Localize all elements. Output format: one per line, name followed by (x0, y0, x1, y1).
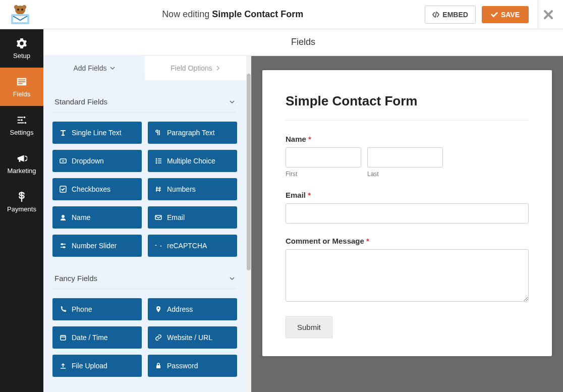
field-checkboxes[interactable]: Checkboxes (52, 178, 142, 200)
field-file-upload[interactable]: File Upload (52, 355, 142, 377)
nav-payments[interactable]: Payments (0, 183, 43, 221)
message-textarea[interactable] (286, 249, 529, 302)
tab-add-fields[interactable]: Add Fields (43, 56, 145, 80)
embed-button[interactable]: EMBED (425, 6, 476, 24)
recaptcha-icon (155, 242, 162, 249)
calendar-icon (60, 334, 67, 341)
chevron-down-icon (110, 66, 115, 71)
name-label: Name * (286, 135, 529, 143)
svg-rect-24 (61, 335, 66, 340)
app-header: Now editing Simple Contact Form EMBED SA… (0, 0, 563, 29)
checkbox-icon (60, 186, 67, 193)
svg-point-3 (17, 9, 19, 11)
nav-setup[interactable]: Setup (0, 29, 43, 68)
field-numbers[interactable]: Numbers (148, 178, 237, 200)
chevron-down-icon (229, 275, 235, 282)
svg-point-12 (21, 119, 23, 121)
tab-field-options[interactable]: Field Options (145, 56, 246, 80)
app-logo (0, 0, 40, 29)
svg-point-22 (63, 246, 65, 248)
svg-point-15 (156, 158, 157, 160)
email-label: Email * (286, 191, 529, 199)
field-address[interactable]: Address (148, 298, 237, 320)
bullhorn-icon (16, 153, 27, 164)
chevron-right-icon (215, 66, 220, 71)
lock-icon (155, 362, 162, 369)
side-nav: Setup Fields Settings Marketing Payments (0, 29, 43, 392)
svg-rect-20 (155, 215, 161, 219)
nav-label: Payments (7, 205, 36, 213)
pin-icon (155, 306, 162, 313)
email-icon (155, 214, 162, 221)
nav-marketing[interactable]: Marketing (0, 144, 43, 183)
section-fancy-fields[interactable]: Fancy Fields (52, 268, 237, 289)
sliders-icon (60, 242, 67, 249)
svg-point-4 (21, 9, 23, 11)
nav-label: Fields (13, 90, 31, 98)
svg-point-23 (158, 308, 159, 309)
dropdown-icon (60, 157, 67, 164)
user-icon (60, 214, 67, 221)
svg-rect-25 (156, 365, 160, 368)
field-recaptcha[interactable]: reCAPTCHA (148, 235, 237, 257)
panel-scrollbar[interactable] (246, 56, 251, 392)
nav-label: Setup (13, 52, 30, 60)
text-icon (60, 129, 67, 136)
field-date-time[interactable]: Date / Time (52, 326, 142, 349)
upload-icon (60, 362, 67, 369)
last-sublabel: Last (367, 171, 443, 178)
form-icon (16, 76, 27, 87)
field-multiple-choice[interactable]: Multiple Choice (148, 150, 237, 172)
field-name[interactable]: Name (52, 206, 142, 229)
gear-icon (16, 38, 27, 49)
close-icon (543, 10, 553, 20)
message-label: Comment or Message * (286, 237, 529, 245)
field-email[interactable]: Email (148, 206, 237, 229)
field-single-line-text[interactable]: Single Line Text (52, 122, 142, 144)
field-paragraph-text[interactable]: Paragraph Text (148, 122, 237, 144)
nav-label: Settings (10, 129, 34, 136)
link-icon (155, 334, 162, 341)
dollar-icon (16, 191, 27, 202)
nav-settings[interactable]: Settings (0, 106, 43, 144)
svg-rect-8 (18, 79, 26, 80)
submit-button[interactable]: Submit (286, 316, 332, 338)
hash-icon (155, 186, 162, 193)
check-icon (491, 11, 498, 18)
form-preview: Simple Contact Form Name * First Last (251, 56, 563, 392)
field-phone[interactable]: Phone (52, 298, 142, 320)
field-password[interactable]: Password (148, 355, 237, 377)
svg-point-21 (61, 243, 63, 245)
save-button[interactable]: SAVE (482, 6, 529, 23)
paragraph-icon (155, 129, 162, 136)
form-title: Simple Contact Form (286, 93, 529, 121)
field-number-slider[interactable]: Number Slider (52, 235, 142, 257)
svg-rect-10 (18, 83, 23, 84)
svg-point-16 (156, 160, 157, 162)
svg-point-1 (14, 5, 18, 9)
field-dropdown[interactable]: Dropdown (52, 150, 142, 172)
phone-icon (60, 306, 67, 313)
content-heading: Fields (43, 29, 563, 55)
first-sublabel: First (286, 171, 361, 178)
email-input[interactable] (286, 203, 529, 223)
svg-point-19 (62, 215, 65, 218)
nav-label: Marketing (7, 167, 36, 175)
sliders-icon (16, 115, 27, 126)
fields-panel: Add Fields Field Options Standard Fields (43, 56, 246, 392)
section-standard-fields[interactable]: Standard Fields (52, 91, 237, 113)
code-icon (432, 11, 439, 18)
svg-point-2 (22, 5, 26, 9)
svg-rect-9 (18, 81, 26, 82)
close-button[interactable] (538, 0, 558, 29)
field-website-url[interactable]: Website / URL (148, 326, 237, 349)
last-name-input[interactable] (367, 147, 443, 167)
nav-fields[interactable]: Fields (0, 68, 43, 106)
list-icon (155, 157, 162, 164)
svg-point-11 (24, 116, 26, 118)
chevron-down-icon (229, 99, 235, 105)
first-name-input[interactable] (286, 147, 361, 167)
svg-point-17 (156, 162, 157, 164)
svg-point-13 (25, 122, 27, 124)
page-title: Now editing Simple Contact Form (40, 9, 425, 20)
